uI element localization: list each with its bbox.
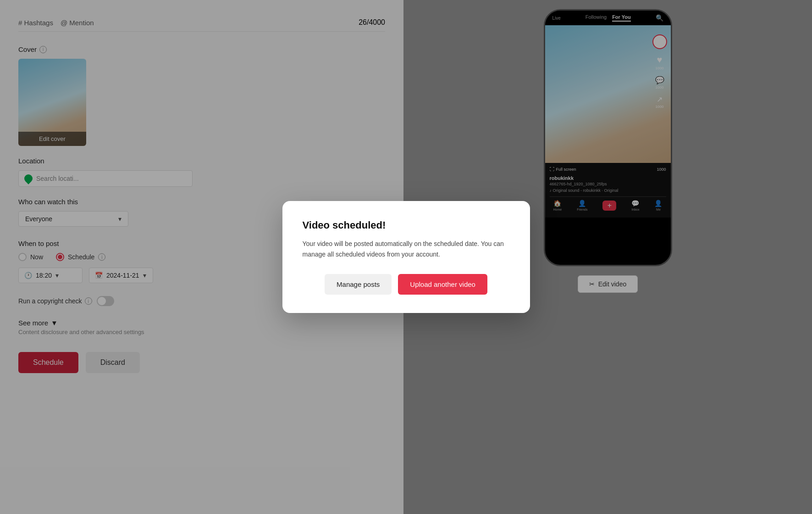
upload-another-video-button[interactable]: Upload another video [398,274,487,295]
modal-buttons: Manage posts Upload another video [303,274,510,295]
modal-body: Your video will be posted automatically … [303,239,510,259]
modal-box: Video scheduled! Your video will be post… [282,201,530,313]
manage-posts-button[interactable]: Manage posts [325,274,392,295]
modal-overlay: Video scheduled! Your video will be post… [0,0,812,514]
modal-title: Video scheduled! [303,219,510,231]
